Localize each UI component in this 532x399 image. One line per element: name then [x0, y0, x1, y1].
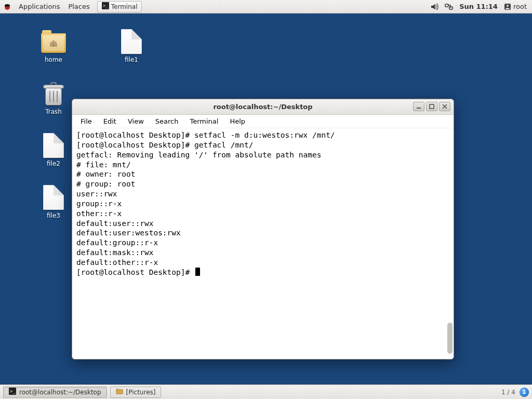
terminal-icon: >_	[102, 2, 109, 11]
icon-label: Trash	[30, 108, 77, 115]
terminal-line: [root@localhost Desktop]# setfacl -m d:u…	[76, 130, 449, 140]
desktop-icon-file2[interactable]: file2	[30, 133, 77, 167]
scrollbar-thumb[interactable]	[447, 323, 453, 354]
distro-logo-icon	[3, 3, 11, 11]
terminal-line: default:user::rwx	[76, 219, 449, 229]
taskbar-item-label: [Pictures]	[126, 389, 156, 396]
terminal-icon: >_	[9, 388, 16, 396]
terminal-cursor	[195, 268, 200, 276]
desktop[interactable]: home file1 Trash file2 file3 root@localh…	[0, 14, 532, 384]
menu-terminal[interactable]: Terminal	[184, 116, 223, 126]
window-maximize-button[interactable]	[426, 102, 437, 111]
icon-label: file2	[30, 160, 77, 167]
window-title: root@localhost:~/Desktop	[213, 103, 312, 111]
taskbar-item-label: root@localhost:~/Desktop	[19, 389, 101, 396]
terminal-window: root@localhost:~/Desktop File Edit View …	[72, 99, 454, 360]
terminal-output[interactable]: [root@localhost Desktop]# setfacl -m d:u…	[72, 128, 454, 359]
menu-file[interactable]: File	[75, 116, 97, 126]
user-menu[interactable]: root	[504, 3, 527, 10]
terminal-line: [root@localhost Desktop]# getfacl /mnt/	[76, 140, 449, 150]
terminal-menubar: File Edit View Search Terminal Help	[72, 115, 454, 128]
workspace-indicator[interactable]: 1 / 4	[501, 389, 515, 396]
svg-rect-4	[445, 4, 448, 7]
terminal-line: user::rwx	[76, 189, 449, 199]
svg-text:>_: >_	[103, 3, 109, 8]
menu-view[interactable]: View	[123, 116, 149, 126]
clock[interactable]: Sun 11:14	[459, 3, 498, 10]
terminal-line: default:user:westos:rwx	[76, 228, 449, 238]
menu-search[interactable]: Search	[150, 116, 184, 126]
running-app-button[interactable]: >_ Terminal	[97, 1, 142, 12]
running-app-label: Terminal	[111, 3, 138, 10]
window-close-button[interactable]	[439, 102, 450, 111]
notification-badge[interactable]: 1	[520, 388, 529, 397]
terminal-line: other::r-x	[76, 209, 449, 219]
terminal-line: [root@localhost Desktop]#	[76, 268, 449, 277]
terminal-line: getfacl: Removing leading '/' from absol…	[76, 150, 449, 160]
icon-label: home	[30, 56, 77, 63]
svg-point-7	[507, 5, 509, 7]
desktop-icon-home[interactable]: home	[30, 29, 77, 63]
terminal-line: default:group::r-x	[76, 238, 449, 248]
terminal-line: # file: mnt/	[76, 160, 449, 170]
svg-rect-5	[449, 7, 453, 9]
terminal-line: # owner: root	[76, 169, 449, 179]
applications-menu[interactable]: Applications	[15, 3, 64, 10]
icon-label: file1	[108, 56, 155, 63]
window-titlebar[interactable]: root@localhost:~/Desktop	[72, 99, 454, 115]
top-panel: Applications Places >_ Terminal Sun 11:1…	[0, 0, 532, 14]
icon-label: file3	[30, 212, 77, 219]
terminal-line: default:mask::rwx	[76, 248, 449, 258]
terminal-line: group::r-x	[76, 199, 449, 209]
menu-edit[interactable]: Edit	[98, 116, 122, 126]
svg-rect-10	[430, 104, 434, 109]
menu-help[interactable]: Help	[224, 116, 250, 126]
network-icon[interactable]	[445, 3, 453, 11]
terminal-line: # group: root	[76, 179, 449, 189]
svg-text:>_: >_	[10, 389, 16, 394]
window-minimize-button[interactable]	[413, 102, 424, 111]
places-menu[interactable]: Places	[64, 3, 94, 10]
system-tray: Sun 11:14 root	[430, 3, 529, 11]
username-label: root	[513, 3, 527, 10]
svg-rect-8	[52, 44, 55, 47]
bottom-panel: >_ root@localhost:~/Desktop [Pictures] 1…	[0, 384, 532, 399]
desktop-icon-file1[interactable]: file1	[108, 29, 155, 63]
taskbar-item-terminal[interactable]: >_ root@localhost:~/Desktop	[3, 387, 107, 398]
terminal-line: default:other::r-x	[76, 258, 449, 268]
volume-icon[interactable]	[430, 3, 438, 11]
svg-point-1	[5, 4, 10, 7]
taskbar-item-pictures[interactable]: [Pictures]	[110, 387, 162, 398]
folder-icon	[116, 388, 123, 396]
desktop-icon-trash[interactable]: Trash	[30, 81, 77, 115]
svg-rect-9	[417, 108, 421, 109]
desktop-icon-file3[interactable]: file3	[30, 185, 77, 219]
